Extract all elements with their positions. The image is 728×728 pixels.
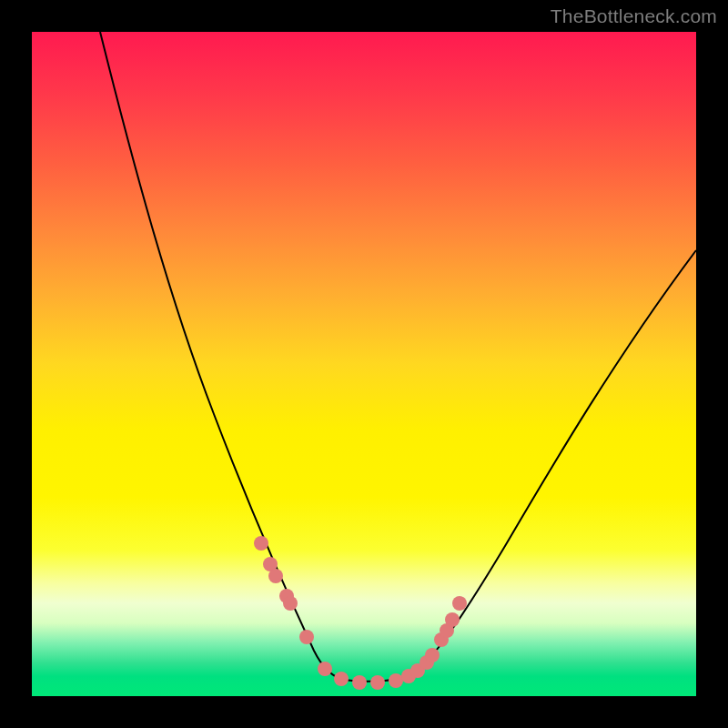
- dot: [283, 596, 298, 611]
- dot: [370, 675, 385, 690]
- dot: [389, 673, 403, 688]
- dot: [334, 672, 349, 686]
- dot: [352, 675, 367, 690]
- chart-plot-area: [32, 32, 696, 696]
- watermark-text: TheBottleneck.com: [551, 5, 717, 27]
- dot: [299, 630, 314, 644]
- dot: [445, 612, 460, 627]
- dot: [425, 648, 440, 662]
- chart-overlay: [32, 32, 696, 696]
- dot: [318, 662, 332, 676]
- dot: [268, 569, 283, 583]
- dot: [254, 536, 268, 551]
- highlighted-dots: [254, 536, 467, 690]
- curve-left-branch: [100, 32, 341, 679]
- curve-right-branch: [410, 250, 696, 676]
- dot: [452, 596, 467, 611]
